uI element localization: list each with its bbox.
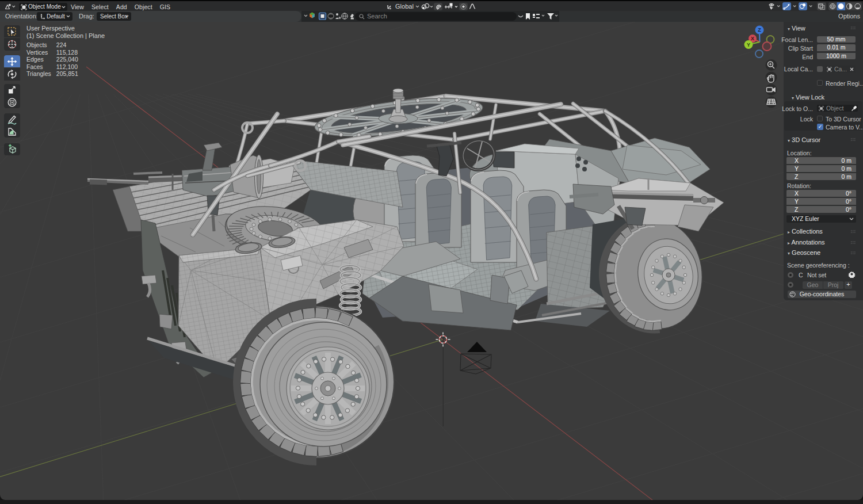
svg-text:X: X xyxy=(751,36,754,41)
svg-text:Z: Z xyxy=(758,27,761,33)
svg-text:Y: Y xyxy=(747,42,750,48)
